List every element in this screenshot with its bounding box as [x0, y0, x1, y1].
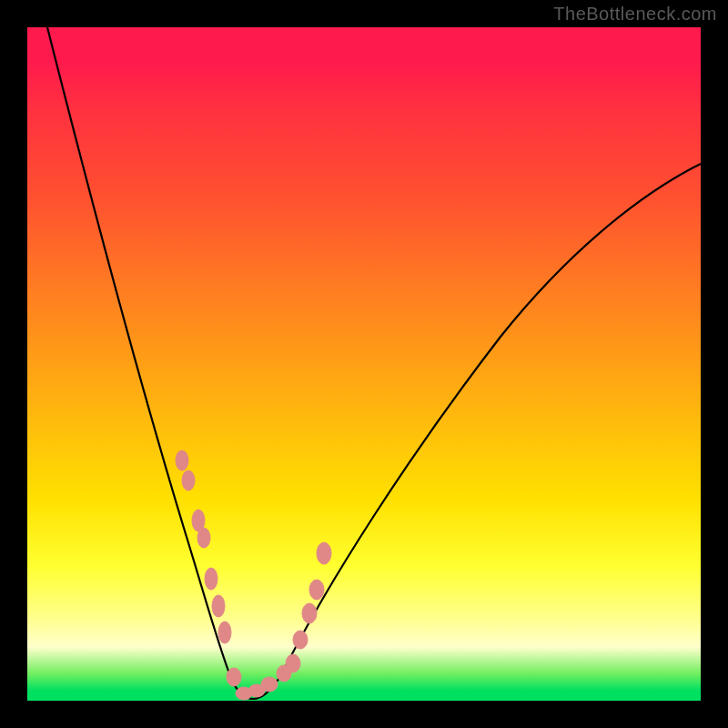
svg-point-5 [212, 595, 225, 617]
chart-frame: TheBottleneck.com [0, 0, 728, 728]
bottleneck-curve [47, 27, 701, 699]
svg-point-12 [286, 654, 300, 672]
attribution-text: TheBottleneck.com [553, 4, 717, 25]
svg-point-6 [218, 622, 231, 643]
svg-point-1 [182, 470, 195, 490]
svg-point-10 [261, 677, 278, 692]
svg-point-0 [176, 450, 188, 470]
plot-area [27, 27, 701, 701]
svg-point-13 [293, 631, 308, 649]
curves-layer [27, 27, 701, 701]
svg-point-15 [309, 580, 324, 600]
svg-point-7 [227, 668, 241, 686]
svg-point-14 [302, 603, 317, 623]
svg-point-3 [197, 528, 210, 548]
svg-point-16 [317, 542, 331, 564]
svg-point-4 [205, 568, 217, 590]
